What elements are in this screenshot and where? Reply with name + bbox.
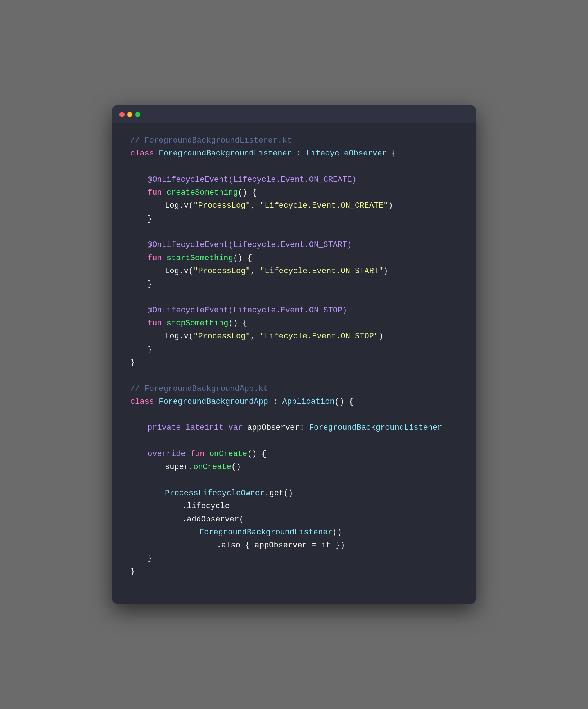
super-call: super.onCreate() [130, 461, 458, 474]
comment-line-1: // ForegroundBackgroundListener.kt [130, 134, 458, 147]
fun-start: fun startSomething() { [130, 252, 458, 265]
close-class-2: } [130, 565, 458, 578]
minimize-button[interactable] [127, 112, 132, 117]
close-stop: } [130, 343, 458, 356]
class-decl-1: class ForegroundBackgroundListener : Lif… [130, 147, 458, 160]
fun-create: fun createSomething() { [130, 186, 458, 199]
title-bar [112, 105, 476, 123]
close-class-1: } [130, 356, 458, 369]
add-observer: .addObserver( [130, 513, 458, 526]
close-start: } [130, 278, 458, 291]
close-button[interactable] [119, 112, 125, 117]
class-decl-2: class ForegroundBackgroundApp : Applicat… [130, 396, 458, 408]
annotation-2: @OnLifecycleEvent(Lifecycle.Event.ON_STA… [130, 239, 458, 252]
annotation-3: @OnLifecycleEvent(Lifecycle.Event.ON_STO… [130, 304, 458, 317]
code-editor: // ForegroundBackgroundListener.kt class… [112, 123, 476, 586]
annotation-1: @OnLifecycleEvent(Lifecycle.Event.ON_CRE… [130, 173, 458, 186]
log-stop: Log.v("ProcessLog", "Lifecycle.Event.ON_… [130, 330, 458, 343]
process-lifecycle-owner: ProcessLifecycleOwner.get() [130, 487, 458, 500]
log-create: Log.v("ProcessLog", "Lifecycle.Event.ON_… [130, 199, 458, 212]
fun-stop: fun stopSomething() { [130, 317, 458, 330]
code-window: // ForegroundBackgroundListener.kt class… [112, 105, 476, 604]
close-override: } [130, 552, 458, 565]
listener-construct: ForegroundBackgroundListener() [130, 526, 458, 539]
comment-line-2: // ForegroundBackgroundApp.kt [130, 383, 458, 396]
close-create: } [130, 213, 458, 226]
lifecycle-chain: .lifecycle [130, 500, 458, 513]
private-var: private lateinit var appObserver: Foregr… [130, 421, 458, 434]
also-block: .also { appObserver = it }) [130, 539, 458, 552]
maximize-button[interactable] [135, 112, 140, 117]
log-start: Log.v("ProcessLog", "Lifecycle.Event.ON_… [130, 265, 458, 278]
override-fun: override fun onCreate() { [130, 448, 458, 461]
